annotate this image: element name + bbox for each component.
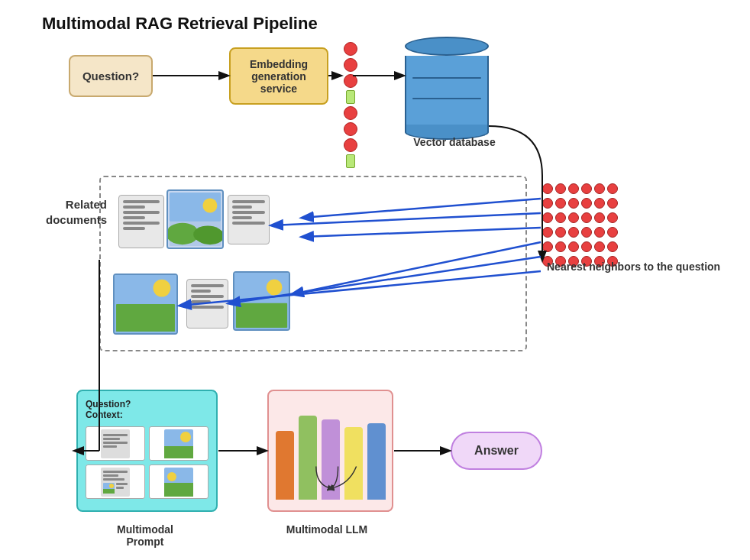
cylinder-top: [405, 37, 489, 56]
cylinder-line-1: [412, 77, 481, 79]
prompt-item-1: [86, 426, 145, 461]
vec-dot-3: [344, 74, 357, 88]
svg-rect-25: [103, 474, 118, 477]
svg-rect-16: [103, 434, 128, 436]
nearest-neighbors-section: [542, 183, 618, 270]
nn-row-1: [542, 183, 618, 194]
svg-point-22: [180, 432, 191, 442]
answer-box: Answer: [451, 432, 542, 470]
nn-row-5: [542, 241, 618, 252]
svg-rect-33: [164, 483, 193, 497]
svg-rect-13: [236, 303, 287, 328]
svg-point-34: [167, 472, 176, 481]
prompt-item-3: [86, 465, 145, 499]
svg-rect-19: [103, 445, 117, 448]
svg-rect-18: [103, 442, 128, 444]
svg-point-14: [267, 280, 283, 296]
vec-dot-4: [344, 106, 357, 120]
img-card-2: [113, 274, 178, 335]
vector-database: [405, 37, 489, 140]
cylinder-line-2: [412, 98, 481, 99]
related-label: Related documents: [46, 197, 107, 227]
prompt-title: Question? Context:: [86, 399, 209, 420]
doc-card-2: [228, 195, 270, 244]
question-box: Question?: [69, 55, 153, 97]
vec-dot-1: [344, 42, 357, 56]
vec-dot-2: [344, 58, 357, 72]
svg-rect-30: [116, 483, 128, 485]
llm-box: [267, 390, 393, 512]
cylinder-body: [405, 56, 489, 125]
vec-dot-5: [344, 122, 357, 136]
svg-point-7: [193, 226, 222, 244]
prompt-label: Multimodal Prompt: [99, 523, 191, 548]
nn-row-3: [542, 212, 618, 223]
svg-point-11: [153, 280, 170, 297]
svg-point-29: [109, 484, 114, 488]
doc-card-3: [186, 279, 228, 329]
nn-label: Nearest neighbors to the question: [547, 260, 720, 275]
nn-row-2: [542, 198, 618, 209]
vec-dot-6: [344, 138, 357, 152]
nn-row-4: [542, 227, 618, 238]
prompt-grid: [86, 426, 209, 499]
svg-rect-21: [164, 446, 193, 458]
svg-rect-10: [116, 304, 175, 332]
embedding-vector: [344, 42, 357, 168]
svg-rect-24: [103, 471, 128, 473]
prompt-item-2: [149, 426, 209, 461]
svg-rect-31: [116, 487, 124, 489]
prompt-item-4: [149, 465, 209, 499]
canvas: Multimodal RAG Retrieval Pipeline Questi…: [0, 0, 750, 560]
vec-bar-1: [346, 90, 355, 104]
svg-rect-17: [103, 438, 120, 440]
svg-rect-26: [103, 478, 124, 481]
svg-rect-28: [103, 489, 115, 494]
llm-label: Multimodal LLM: [277, 523, 377, 536]
img-card-3: [233, 271, 290, 331]
embedding-service-box: Embedding generation service: [229, 47, 328, 105]
vector-db-label: Vector database: [412, 136, 496, 148]
page-title: Multimodal RAG Retrieval Pipeline: [42, 14, 318, 34]
vec-bar-2: [346, 154, 355, 168]
doc-card-1: [118, 195, 164, 248]
img-card-1: [166, 189, 224, 249]
svg-point-8: [202, 199, 217, 213]
prompt-box: Question? Context:: [76, 390, 218, 512]
